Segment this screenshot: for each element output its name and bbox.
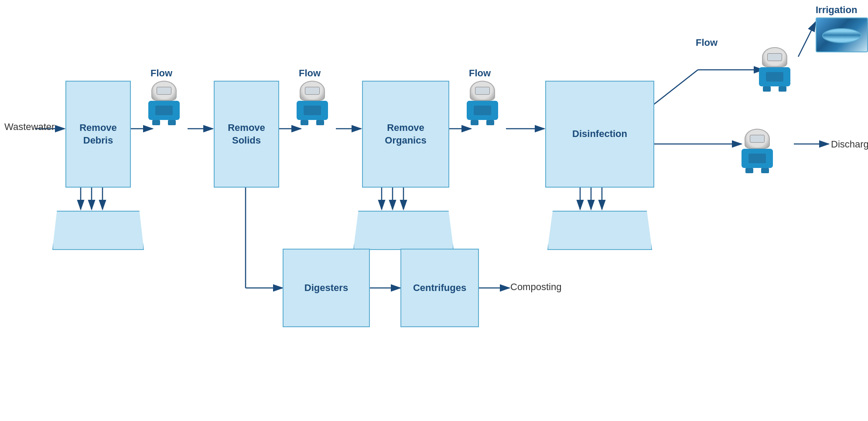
meter-feet-4 — [763, 86, 786, 92]
digesters-box: Digesters — [283, 249, 370, 327]
svg-line-8 — [653, 70, 698, 105]
meter-pipe-3 — [474, 106, 491, 115]
meter-feet-2 — [301, 120, 324, 125]
svg-line-11 — [798, 22, 816, 57]
flow3-label: Flow — [469, 68, 491, 79]
flange-right-4 — [783, 70, 790, 84]
foot-right-3 — [486, 120, 494, 125]
centrifuges-box: Centrifuges — [400, 249, 479, 327]
foot-left-1 — [152, 120, 160, 125]
remove-organics-box: RemoveOrganics — [362, 81, 449, 188]
collection-box-4 — [547, 211, 652, 250]
flow-meter-4 — [759, 47, 790, 92]
irrigation-label: Irrigation — [816, 4, 857, 16]
foot-left-2 — [301, 120, 308, 125]
wastewater-label: Wastewater — [4, 121, 55, 133]
flange-left-4 — [759, 70, 766, 84]
flange-left-5 — [742, 151, 748, 165]
flow2-label: Flow — [299, 68, 321, 79]
composting-label: Composting — [510, 281, 561, 293]
flow4-label: Flow — [696, 37, 718, 48]
meter-pipe-2 — [304, 106, 321, 115]
irrigation-pipe-visual — [820, 28, 863, 43]
foot-right-5 — [761, 168, 769, 173]
disinfection-box: Disinfection — [545, 81, 654, 188]
meter-head-2 — [300, 81, 325, 101]
meter-body-5 — [742, 149, 773, 168]
meter-body-1 — [148, 101, 180, 120]
foot-left-5 — [745, 168, 753, 173]
remove-debris-box: RemoveDebris — [65, 81, 131, 188]
meter-feet-5 — [745, 168, 769, 173]
flange-left-1 — [148, 103, 155, 117]
remove-solids-box: RemoveSolids — [214, 81, 279, 188]
meter-head-5 — [745, 129, 770, 149]
flow1-label: Flow — [150, 68, 172, 79]
meter-pipe-1 — [155, 106, 173, 115]
meter-screen-1 — [157, 87, 171, 95]
process-diagram: Wastewater RemoveDebris Flow RemoveSolid… — [0, 0, 868, 421]
foot-left-3 — [471, 120, 478, 125]
meter-screen-2 — [305, 87, 320, 95]
meter-pipe-5 — [748, 154, 766, 163]
flange-left-3 — [467, 103, 474, 117]
foot-right-2 — [316, 120, 324, 125]
flow-meter-3 — [467, 81, 498, 125]
arrows-overlay — [0, 0, 868, 421]
flange-left-2 — [297, 103, 304, 117]
meter-screen-3 — [475, 87, 490, 95]
foot-right-1 — [168, 120, 176, 125]
meter-body-4 — [759, 67, 790, 86]
meter-feet-3 — [471, 120, 494, 125]
flange-right-5 — [766, 151, 773, 165]
collection-box-1 — [52, 211, 144, 250]
foot-left-4 — [763, 86, 771, 92]
flow-meter-1 — [148, 81, 180, 125]
meter-feet-1 — [152, 120, 176, 125]
collection-box-3 — [353, 211, 454, 250]
irrigation-image — [816, 17, 868, 52]
flow-meter-5 — [742, 129, 773, 173]
meter-head-3 — [470, 81, 495, 101]
flow-meter-2 — [297, 81, 328, 125]
meter-head-4 — [762, 47, 787, 67]
flange-right-2 — [321, 103, 328, 117]
meter-screen-5 — [750, 135, 765, 143]
meter-head-1 — [151, 81, 177, 101]
meter-pipe-4 — [766, 72, 783, 82]
meter-screen-4 — [767, 53, 782, 61]
meter-body-3 — [467, 101, 498, 120]
meter-body-2 — [297, 101, 328, 120]
flange-right-3 — [491, 103, 498, 117]
flange-right-1 — [173, 103, 180, 117]
foot-right-4 — [779, 86, 786, 92]
discharge-label: Discharge — [831, 139, 868, 150]
